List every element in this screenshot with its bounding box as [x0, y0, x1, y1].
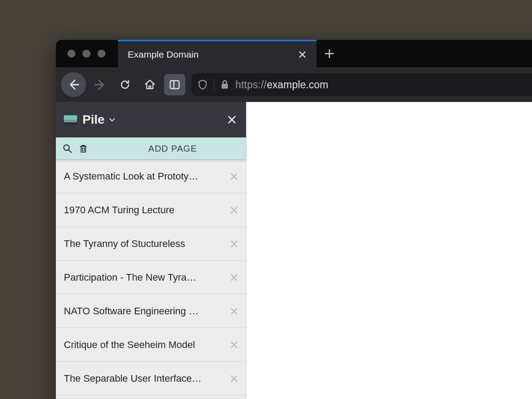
tab-strip: Example Domain — [56, 40, 532, 67]
close-icon — [298, 51, 306, 59]
separator — [214, 78, 214, 91]
list-item[interactable]: The Tyranny of Stuctureless — [56, 227, 246, 261]
sidebar-title[interactable]: Pile — [82, 113, 105, 127]
home-button[interactable] — [139, 74, 160, 95]
list-item[interactable]: A Systematic Look at Prototy… — [56, 160, 246, 193]
search-icon — [63, 144, 72, 153]
remove-item-button[interactable] — [227, 338, 241, 352]
close-icon — [231, 173, 238, 180]
svg-rect-2 — [222, 84, 228, 89]
list-item[interactable]: 1970 ACM Turing Lecture — [56, 193, 246, 227]
close-sidebar-button[interactable] — [225, 113, 239, 127]
browser-tab[interactable]: Example Domain — [118, 40, 317, 67]
add-page-button[interactable]: ADD PAGE — [91, 144, 243, 154]
list-item[interactable]: The Separable User Interface… — [56, 362, 246, 395]
sidebar-list: A Systematic Look at Prototy… 1970 ACM T… — [56, 160, 246, 399]
address-bar[interactable]: https://example.com — [192, 73, 532, 96]
browser-window: Example Domain — [56, 40, 532, 399]
close-tab-button[interactable] — [296, 48, 309, 61]
tab-title: Example Domain — [128, 49, 296, 60]
close-icon — [231, 341, 238, 348]
remove-item-button[interactable] — [227, 170, 241, 183]
close-icon — [231, 274, 238, 281]
sidebar-actions: ADD PAGE — [56, 137, 246, 160]
page-content — [246, 102, 532, 399]
list-item-title: 1970 ACM Turing Lecture — [64, 204, 227, 216]
plus-icon — [325, 49, 334, 59]
arrow-left-icon — [68, 79, 79, 90]
navigation-toolbar: https://example.com — [56, 67, 532, 102]
sidebar-icon — [169, 79, 180, 90]
list-item-title: A Systematic Look at Prototy… — [64, 171, 227, 182]
trash-icon — [78, 144, 88, 153]
remove-item-button[interactable] — [227, 203, 241, 217]
close-icon — [231, 240, 238, 247]
url-scheme: https:// — [235, 79, 267, 90]
close-icon — [231, 207, 238, 214]
list-item-title: The Tyranny of Stuctureless — [64, 238, 227, 250]
content-area: Pile ADD PAGE A Syst — [56, 102, 532, 399]
url-text: https://example.com — [235, 79, 329, 91]
sidebar-panel: Pile ADD PAGE A Syst — [56, 102, 246, 399]
delete-button[interactable] — [75, 141, 91, 156]
chevron-down-icon[interactable] — [108, 116, 116, 124]
list-item-title: Critique of the Seeheim Model — [64, 339, 227, 351]
pile-logo-icon — [64, 114, 77, 125]
svg-rect-0 — [170, 81, 179, 89]
window-controls — [56, 40, 118, 67]
new-tab-button[interactable] — [317, 40, 342, 67]
back-button[interactable] — [61, 72, 86, 97]
reload-button[interactable] — [114, 74, 136, 95]
arrow-right-icon — [94, 79, 106, 90]
remove-item-button[interactable] — [227, 237, 241, 250]
list-item-title: Participation - The New Tyra… — [64, 272, 227, 283]
reload-icon — [120, 79, 130, 90]
svg-line-4 — [69, 150, 71, 153]
list-item-title: NATO Software Engineering … — [64, 305, 227, 317]
traffic-light-zoom[interactable] — [98, 50, 106, 58]
forward-button[interactable] — [90, 74, 111, 95]
traffic-light-close[interactable] — [67, 50, 75, 58]
sidebar-toggle-button[interactable] — [164, 74, 185, 95]
url-host: example.com — [267, 79, 329, 90]
traffic-light-minimize[interactable] — [82, 50, 90, 58]
home-icon — [144, 79, 156, 90]
shield-icon[interactable] — [198, 79, 207, 90]
close-icon — [227, 115, 236, 124]
remove-item-button[interactable] — [227, 372, 241, 385]
list-item[interactable]: NATO Software Engineering … — [56, 294, 246, 328]
list-item[interactable]: Critique of the Seeheim Model — [56, 328, 246, 362]
close-icon — [231, 308, 238, 315]
sidebar-header: Pile — [56, 102, 246, 137]
close-icon — [231, 375, 238, 382]
remove-item-button[interactable] — [227, 305, 241, 318]
list-item[interactable]: Participation - The New Tyra… — [56, 261, 246, 294]
list-item-title: The Separable User Interface… — [64, 373, 227, 384]
lock-icon[interactable] — [220, 80, 229, 90]
remove-item-button[interactable] — [227, 271, 241, 284]
search-button[interactable] — [59, 141, 75, 156]
